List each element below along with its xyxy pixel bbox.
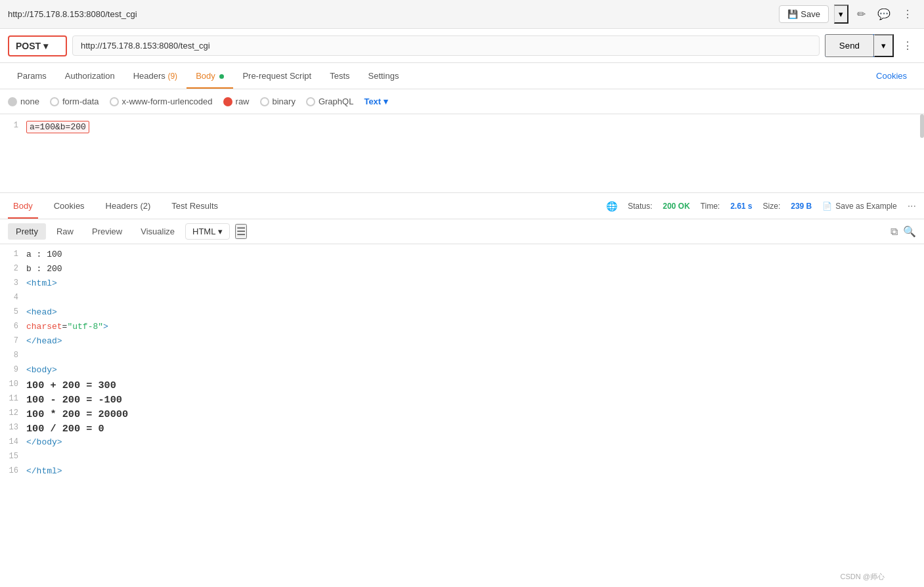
radio-form-data [50,97,59,106]
body-options: none form-data x-www-form-urlencoded raw… [0,89,924,114]
top-bar-actions: 💾 Save ▾ ✏ 💬 ⋮ [779,5,916,24]
save-button[interactable]: 💾 Save [779,5,829,23]
resp-line-15: 15 [0,450,924,465]
save-example-button[interactable]: 📄 Save as Example [822,202,896,211]
tab-prerequest[interactable]: Pre-request Script [233,64,320,89]
text-chevron-icon: ▾ [384,97,388,106]
resp-action-buttons: ⧉ 🔍 [891,225,916,238]
response-more-button[interactable]: ··· [908,200,916,212]
size-value: 239 B [791,202,812,211]
resp-line-10: 10 100 + 200 = 300 [0,378,924,393]
option-form-data[interactable]: form-data [50,97,99,106]
response-code-area: 1a : 1002b : 2003<html>45<head>6 charset… [0,244,924,584]
option-urlencoded[interactable]: x-www-form-urlencoded [110,97,213,106]
url-input[interactable] [72,35,820,56]
resp-tab-headers[interactable]: Headers (2) [100,194,156,219]
resp-tab-body[interactable]: Body [8,194,38,219]
editor-content-1: a=100&b=200 [26,121,89,133]
time-value: 2.61 s [730,202,752,211]
globe-icon: 🌐 [606,201,617,211]
resp-tab-test-results[interactable]: Test Results [166,194,223,219]
fmt-preview[interactable]: Preview [84,223,130,240]
resp-line-5: 5<head> [0,306,924,320]
text-format-dropdown[interactable]: Text ▾ [364,97,388,106]
fmt-visualize[interactable]: Visualize [133,223,183,240]
option-binary[interactable]: binary [260,97,296,106]
resp-line-12: 12 100 * 200 = 20000 [0,407,924,422]
tab-body[interactable]: Body [187,64,233,89]
search-response-button[interactable]: 🔍 [903,225,916,238]
resp-line-6: 6 charset="utf-8"> [0,320,924,335]
radio-raw [223,97,232,106]
save-dropdown-button[interactable]: ▾ [834,5,848,24]
tab-cookies[interactable]: Cookies [867,64,916,89]
send-button-group: Send ▾ [825,34,894,57]
resp-line-7: 7</head> [0,335,924,349]
format-select[interactable]: HTML ▾ [185,223,230,240]
resp-line-4: 4 [0,292,924,306]
pencil-icon-button[interactable]: ✏ [854,5,869,24]
request-more-button[interactable]: ⋮ [899,36,916,55]
option-graphql[interactable]: GraphQL [306,97,353,106]
save-label: Save [801,9,820,19]
resp-line-8: 8 [0,349,924,364]
more-options-button[interactable]: ⋮ [899,5,916,24]
code-editor[interactable]: 1 a=100&b=200 [0,114,924,193]
request-bar: POST ▾ Send ▾ ⋮ [0,29,924,63]
resp-line-1: 1a : 100 [0,248,924,263]
wrap-button[interactable]: ☰ [235,224,247,239]
radio-urlencoded [110,97,119,106]
send-button[interactable]: Send [825,34,874,57]
tab-settings[interactable]: Settings [359,64,408,89]
resp-tab-cookies[interactable]: Cookies [49,194,90,219]
tabs-bar: Params Authorization Headers (9) Body Pr… [0,63,924,89]
resp-line-3: 3<html> [0,277,924,292]
method-select[interactable]: POST ▾ [8,35,67,56]
status-value: 200 OK [663,202,690,211]
top-bar-url: http://175.178.8.153:8080/test_cgi [8,9,137,19]
method-label: POST [16,41,41,51]
option-raw[interactable]: raw [223,97,250,106]
wrap-icon: ☰ [236,226,246,237]
tab-params[interactable]: Params [8,64,56,89]
save-icon-small: 📄 [822,202,832,211]
resp-line-13: 13 100 / 200 = 0 [0,422,924,436]
fmt-pretty[interactable]: Pretty [8,223,46,240]
copy-response-button[interactable]: ⧉ [891,225,898,238]
tab-tests[interactable]: Tests [320,64,359,89]
resp-line-9: 9<body> [0,364,924,378]
format-chevron-icon: ▾ [218,227,223,236]
editor-line-1: 1 a=100&b=200 [0,120,924,135]
editor-scrollbar[interactable] [920,114,924,138]
send-dropdown-button[interactable]: ▾ [874,34,894,57]
fmt-raw[interactable]: Raw [49,223,81,240]
resp-line-11: 11 100 - 200 = -100 [0,393,924,407]
radio-none [8,97,17,106]
tab-authorization[interactable]: Authorization [56,64,124,89]
response-status-bar: 🌐 Status: 200 OK Time: 2.61 s Size: 239 … [606,200,916,212]
resp-line-2: 2b : 200 [0,263,924,277]
radio-binary [260,97,269,106]
tab-headers[interactable]: Headers (9) [124,64,187,89]
response-format-bar: Pretty Raw Preview Visualize HTML ▾ ☰ ⧉ … [0,219,924,244]
resp-line-16: 16</html> [0,465,924,479]
watermark: CSDN @师心 [841,572,885,582]
save-icon: 💾 [787,9,798,19]
method-chevron: ▾ [43,41,48,51]
top-bar: http://175.178.8.153:8080/test_cgi 💾 Sav… [0,0,924,29]
body-active-dot [219,74,224,79]
radio-graphql [306,97,315,106]
resp-line-14: 14</body> [0,436,924,450]
chat-icon-button[interactable]: 💬 [874,5,894,24]
response-header: Body Cookies Headers (2) Test Results 🌐 … [0,193,924,219]
option-none[interactable]: none [8,97,39,106]
